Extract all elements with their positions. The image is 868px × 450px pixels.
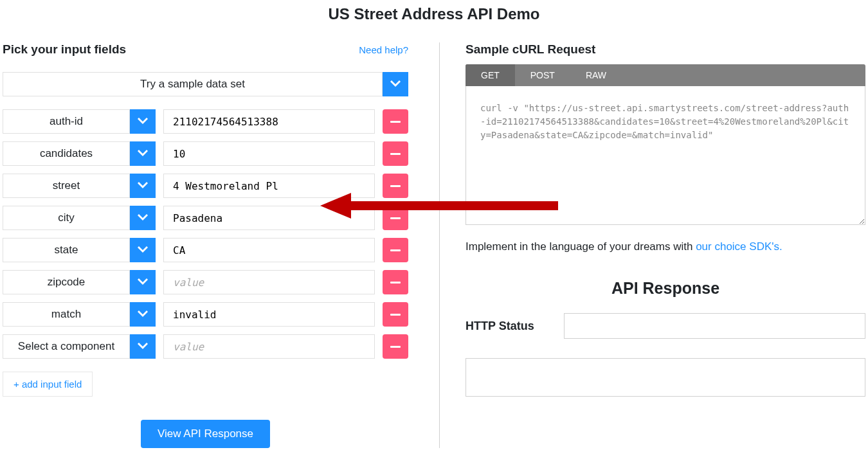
chevron-down-icon bbox=[138, 246, 148, 254]
minus-icon bbox=[390, 185, 401, 187]
remove-field-button[interactable] bbox=[383, 334, 408, 359]
tab-post[interactable]: POST bbox=[515, 64, 570, 86]
minus-icon bbox=[390, 346, 401, 348]
remove-field-button[interactable] bbox=[383, 206, 408, 230]
chevron-down-icon bbox=[138, 214, 148, 222]
field-row: street bbox=[3, 174, 408, 198]
field-name-dropdown-toggle[interactable] bbox=[130, 141, 156, 166]
sample-data-select[interactable]: Try a sample data set bbox=[3, 72, 383, 96]
page-title: US Street Address API Demo bbox=[0, 5, 868, 23]
sample-curl-heading: Sample cURL Request bbox=[466, 42, 865, 57]
sample-data-dropdown-toggle[interactable] bbox=[383, 72, 408, 96]
field-row: Select a component bbox=[3, 334, 408, 359]
field-row: auth-id bbox=[3, 109, 408, 134]
field-value-input[interactable] bbox=[163, 109, 375, 134]
chevron-down-icon bbox=[138, 310, 148, 318]
field-name-select[interactable]: auth-id bbox=[3, 109, 130, 134]
sample-request-panel: Sample cURL Request GETPOSTRAW curl -v "… bbox=[440, 42, 865, 448]
remove-field-button[interactable] bbox=[383, 302, 408, 327]
field-name-select[interactable]: candidates bbox=[3, 141, 130, 166]
field-value-input[interactable] bbox=[163, 270, 375, 294]
http-status-value bbox=[564, 313, 865, 339]
chevron-down-icon bbox=[138, 278, 148, 286]
minus-icon bbox=[390, 217, 401, 219]
input-fields-heading: Pick your input fields bbox=[3, 42, 126, 57]
field-row: candidates bbox=[3, 141, 408, 166]
remove-field-button[interactable] bbox=[383, 141, 408, 166]
response-body-box bbox=[466, 358, 865, 397]
remove-field-button[interactable] bbox=[383, 238, 408, 262]
field-name-select[interactable]: city bbox=[3, 206, 130, 230]
sdk-link[interactable]: our choice SDK's. bbox=[696, 240, 782, 253]
field-name-select[interactable]: state bbox=[3, 238, 130, 262]
field-name-select[interactable]: street bbox=[3, 174, 130, 198]
remove-field-button[interactable] bbox=[383, 109, 408, 134]
minus-icon bbox=[390, 314, 401, 316]
curl-request-box[interactable]: curl -v "https://us-street.api.smartystr… bbox=[466, 86, 865, 225]
field-value-input[interactable] bbox=[163, 206, 375, 230]
minus-icon bbox=[390, 282, 401, 284]
field-name-dropdown-toggle[interactable] bbox=[130, 270, 156, 294]
field-row: state bbox=[3, 238, 408, 262]
chevron-down-icon bbox=[138, 343, 148, 350]
field-name-dropdown-toggle[interactable] bbox=[130, 334, 156, 359]
field-name-select[interactable]: zipcode bbox=[3, 270, 130, 294]
tab-get[interactable]: GET bbox=[466, 64, 515, 86]
field-row: zipcode bbox=[3, 270, 408, 294]
sdk-prefix-text: Implement in the language of your dreams… bbox=[466, 240, 696, 253]
minus-icon bbox=[390, 249, 401, 251]
field-name-select[interactable]: match bbox=[3, 302, 130, 327]
field-name-dropdown-toggle[interactable] bbox=[130, 174, 156, 198]
field-name-dropdown-toggle[interactable] bbox=[130, 302, 156, 327]
field-name-dropdown-toggle[interactable] bbox=[130, 238, 156, 262]
field-value-input[interactable] bbox=[163, 238, 375, 262]
chevron-down-icon bbox=[138, 150, 148, 158]
chevron-down-icon bbox=[390, 80, 401, 88]
remove-field-button[interactable] bbox=[383, 174, 408, 198]
field-row: city bbox=[3, 206, 408, 230]
input-fields-panel: Pick your input fields Need help? Try a … bbox=[3, 42, 440, 448]
field-value-input[interactable] bbox=[163, 141, 375, 166]
minus-icon bbox=[390, 121, 401, 123]
request-method-tabs: GETPOSTRAW bbox=[466, 64, 865, 86]
minus-icon bbox=[390, 153, 401, 155]
field-value-input[interactable] bbox=[163, 334, 375, 359]
sdk-line: Implement in the language of your dreams… bbox=[466, 240, 865, 253]
tab-raw[interactable]: RAW bbox=[570, 64, 622, 86]
http-status-label: HTTP Status bbox=[466, 320, 534, 333]
api-response-heading: API Response bbox=[466, 279, 865, 298]
remove-field-button[interactable] bbox=[383, 270, 408, 294]
chevron-down-icon bbox=[138, 118, 148, 125]
chevron-down-icon bbox=[138, 182, 148, 190]
need-help-link[interactable]: Need help? bbox=[359, 44, 408, 55]
view-api-response-button[interactable]: View API Response bbox=[141, 420, 270, 448]
field-value-input[interactable] bbox=[163, 302, 375, 327]
field-name-dropdown-toggle[interactable] bbox=[130, 206, 156, 230]
field-value-input[interactable] bbox=[163, 174, 375, 198]
add-input-field-button[interactable]: + add input field bbox=[3, 372, 93, 397]
field-row: match bbox=[3, 302, 408, 327]
field-name-select[interactable]: Select a component bbox=[3, 334, 130, 359]
field-name-dropdown-toggle[interactable] bbox=[130, 109, 156, 134]
